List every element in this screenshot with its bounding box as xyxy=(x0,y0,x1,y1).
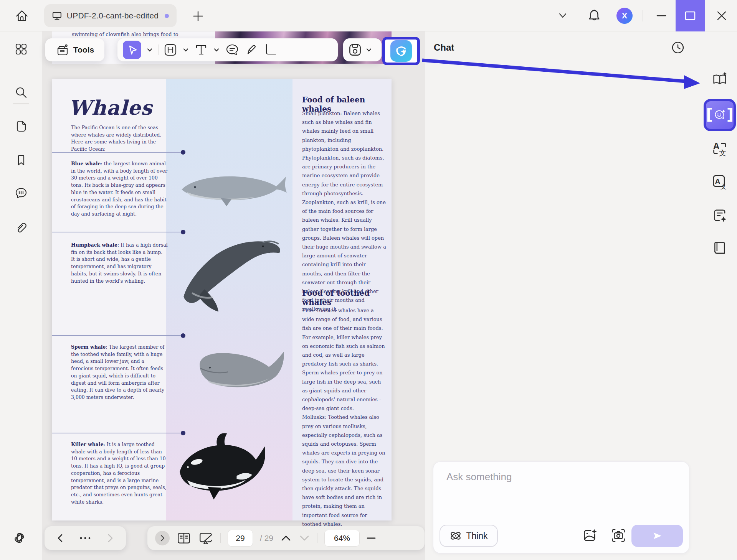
maximize-icon xyxy=(685,11,696,20)
left-sidebar xyxy=(0,31,42,560)
ai-assistant-button-highlighted[interactable] xyxy=(382,37,420,65)
blue-whale-image xyxy=(175,166,288,211)
chat-history-button[interactable] xyxy=(670,40,686,55)
section-leader-line xyxy=(52,433,182,433)
section-leader-line xyxy=(52,152,182,153)
home-icon xyxy=(14,8,30,24)
humpback-whale-paragraph: Humpback whale: It has a high dorsal fin… xyxy=(71,242,168,285)
presentation-icon[interactable] xyxy=(198,531,213,545)
document-viewer: swimming of clownfish also brings food t… xyxy=(42,31,425,560)
heading-tool-icon[interactable] xyxy=(164,43,177,57)
killer-whale-paragraph: Killer whale: It is a large toothed whal… xyxy=(71,441,168,506)
pointer-icon xyxy=(126,44,138,56)
toolbox-icon xyxy=(56,43,69,57)
sidebar-item-search[interactable] xyxy=(14,86,28,99)
sidebar-divider xyxy=(13,103,29,104)
zoom-level-button[interactable]: 64% xyxy=(324,530,360,547)
updf-app-window: UPDF-2.0-cant-be-edited X xyxy=(0,0,737,560)
main-toolbar xyxy=(117,38,338,61)
text-tool-icon[interactable] xyxy=(194,43,208,57)
monitor-icon xyxy=(52,11,62,21)
save-dropdown-icon[interactable] xyxy=(365,46,372,53)
chat-panel-title: Chat xyxy=(434,42,454,53)
form-sparkle-icon xyxy=(711,207,728,224)
chat-message-input[interactable] xyxy=(446,471,669,517)
next-page-icon[interactable] xyxy=(299,534,310,542)
sperm-whale-paragraph: Sperm whale: The largest member of the t… xyxy=(71,344,168,401)
comment-tool-icon[interactable] xyxy=(225,43,240,57)
history-forward-icon[interactable] xyxy=(105,533,115,543)
toolbar-divider xyxy=(158,44,159,55)
clock-history-icon xyxy=(670,40,686,55)
sidebar-item-ai-chat-active[interactable]: [ ] xyxy=(704,99,736,131)
think-label: Think xyxy=(466,531,487,541)
chevron-right-icon xyxy=(159,534,166,542)
heading-dropdown-icon[interactable] xyxy=(182,46,189,53)
sidebar-item-ai-form[interactable] xyxy=(711,207,728,224)
page-number-input[interactable] xyxy=(228,534,253,543)
tools-button[interactable]: Tools xyxy=(45,38,104,61)
close-icon xyxy=(716,10,727,21)
chat-panel: Chat Think xyxy=(425,31,702,560)
humpback-whale-label: Humpback whale xyxy=(71,242,117,248)
new-tab-button[interactable] xyxy=(192,10,204,22)
toothed-heading: Food of toothed whales xyxy=(302,288,388,307)
section-leader-line xyxy=(52,232,182,232)
two-page-view-icon[interactable] xyxy=(177,531,191,545)
blue-whale-paragraph: Blue whale: the largest known animal in … xyxy=(71,160,168,218)
doc-title: Whales xyxy=(69,96,152,119)
previous-page-icon[interactable] xyxy=(280,534,292,542)
send-icon xyxy=(651,530,663,542)
chat-input-card: Think xyxy=(433,461,689,553)
right-bracket-mark: ] xyxy=(727,107,734,122)
sidebar-item-translate[interactable]: A 文 xyxy=(711,140,728,157)
minimize-icon xyxy=(656,15,666,17)
document-tab[interactable]: UPDF-2.0-cant-be-edited xyxy=(44,4,177,27)
pointer-tool-selected[interactable] xyxy=(123,41,141,59)
sidebar-item-book[interactable] xyxy=(711,240,728,257)
paperclip-icon xyxy=(14,221,28,235)
baleen-paragraph: Small plankton: Baleen whales such as bl… xyxy=(302,109,387,314)
chevron-down-icon xyxy=(557,12,568,20)
sidebar-item-ai-reader[interactable] xyxy=(711,71,728,88)
sperm-whale-label: Sperm whale xyxy=(71,344,106,350)
killer-whale-image xyxy=(174,431,270,508)
notifications-button[interactable] xyxy=(587,8,601,23)
home-button[interactable] xyxy=(14,8,30,24)
upload-image-button[interactable] xyxy=(582,528,598,543)
avatar[interactable]: X xyxy=(616,8,633,24)
sidebar-item-color-swatches[interactable] xyxy=(14,530,28,544)
minimize-button[interactable] xyxy=(653,0,670,31)
collapse-bar-button[interactable] xyxy=(155,531,170,545)
close-button[interactable] xyxy=(711,0,732,31)
section-leader-line xyxy=(52,335,182,336)
think-toggle-button[interactable]: Think xyxy=(440,525,498,547)
zoom-out-icon[interactable] xyxy=(367,537,376,539)
killer-whale-label: Killer whale xyxy=(71,441,104,447)
tab-list-button[interactable] xyxy=(557,12,568,20)
undo-history-group xyxy=(45,526,126,550)
more-dots-icon[interactable] xyxy=(79,536,92,540)
sidebar-item-translate-page[interactable]: A 文 xyxy=(711,173,728,189)
sperm-whale-image xyxy=(195,345,292,401)
send-button[interactable] xyxy=(631,525,683,547)
sidebar-item-comments[interactable] xyxy=(14,186,28,200)
pointer-dropdown-icon[interactable] xyxy=(146,46,153,53)
titlebar-divider xyxy=(643,10,643,21)
maximize-button[interactable] xyxy=(676,0,705,31)
unsaved-dot xyxy=(165,14,169,18)
sidebar-item-page-thumbnails[interactable] xyxy=(14,119,28,133)
pen-tool-icon[interactable] xyxy=(245,43,258,57)
pdf-page[interactable]: Whales The Pacific Ocean is one of the s… xyxy=(52,79,392,520)
history-back-icon[interactable] xyxy=(55,533,65,543)
save-toolbar xyxy=(343,38,382,61)
text-dropdown-icon[interactable] xyxy=(213,46,220,53)
sidebar-item-bookmarks[interactable] xyxy=(14,153,28,167)
screenshot-button[interactable] xyxy=(611,528,626,543)
sidebar-item-attachments[interactable] xyxy=(14,221,28,235)
sidebar-item-tools-grid[interactable] xyxy=(14,42,28,56)
ai-assistant-icon xyxy=(390,40,412,62)
crop-tool-icon[interactable] xyxy=(263,43,277,57)
save-icon[interactable] xyxy=(348,43,362,57)
book-icon xyxy=(711,240,728,257)
